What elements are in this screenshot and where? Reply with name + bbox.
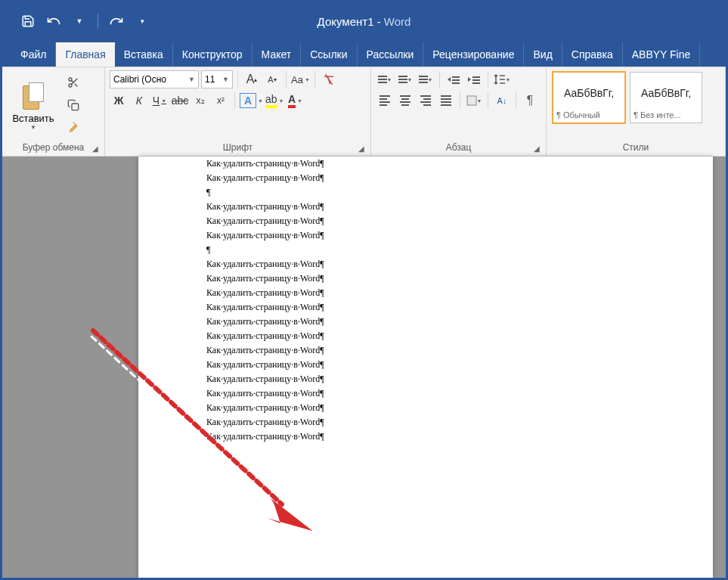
shrink-font-button[interactable]: A▾ xyxy=(263,70,281,88)
highlight-button[interactable]: ab▼ xyxy=(265,91,284,110)
tab-view[interactable]: Вид xyxy=(524,42,562,67)
svg-line-4 xyxy=(71,80,73,82)
tab-mailings[interactable]: Рассылки xyxy=(358,42,424,67)
tab-home[interactable]: Главная xyxy=(56,42,114,67)
underline-button[interactable]: Ч▼ xyxy=(150,91,169,110)
svg-point-0 xyxy=(69,78,72,81)
paste-button[interactable]: Вставить ▼ xyxy=(7,70,60,141)
svg-rect-5 xyxy=(72,104,79,110)
clipboard-dialog-launcher-icon[interactable]: ◢ xyxy=(92,144,98,153)
group-styles: АаБбВвГг, ¶ Обычный АаБбВвГг, ¶ Без инте… xyxy=(547,67,726,156)
numbering-button[interactable]: ▼ xyxy=(396,70,414,88)
decrease-indent-button[interactable] xyxy=(445,70,463,88)
tab-file[interactable]: Файл xyxy=(11,42,56,67)
group-paragraph-label: Абзац ◢ xyxy=(376,141,541,154)
tab-help[interactable]: Справка xyxy=(562,42,623,67)
group-styles-label: Стили xyxy=(551,141,720,154)
svg-point-1 xyxy=(69,84,72,87)
bold-button[interactable]: Ж xyxy=(110,91,128,110)
tab-review[interactable]: Рецензирование xyxy=(423,42,524,67)
tab-references[interactable]: Ссылки xyxy=(301,42,357,67)
ribbon-tabs: Файл Главная Вставка Конструктор Макет С… xyxy=(2,40,726,67)
document-page[interactable]: Как·удалить·страницу·в·Word¶ Как·удалить… xyxy=(138,157,713,578)
align-center-button[interactable] xyxy=(396,91,414,110)
document-area: Как·удалить·страницу·в·Word¶ Как·удалить… xyxy=(2,157,726,578)
redo-icon[interactable] xyxy=(106,11,127,32)
strikethrough-button[interactable]: abc xyxy=(171,91,189,110)
group-clipboard-label: Буфер обмена ◢ xyxy=(7,141,100,154)
undo-dropdown-icon[interactable]: ▼ xyxy=(69,11,90,32)
multilevel-button[interactable]: ▼ xyxy=(417,70,435,88)
font-name-combo[interactable]: Calibri (Осно▼ xyxy=(110,70,199,88)
undo-icon[interactable] xyxy=(43,11,64,32)
svg-rect-9 xyxy=(472,76,480,78)
align-right-button[interactable] xyxy=(417,91,435,110)
svg-rect-8 xyxy=(452,82,460,84)
tab-layout[interactable]: Макет xyxy=(252,42,302,67)
bullets-button[interactable]: ▼ xyxy=(376,70,394,88)
style-normal[interactable]: АаБбВвГг, ¶ Обычный xyxy=(553,72,625,123)
shading-button[interactable]: ▼ xyxy=(465,91,483,110)
format-painter-icon[interactable] xyxy=(64,119,82,137)
italic-button[interactable]: К xyxy=(130,91,148,110)
subscript-button[interactable]: x₂ xyxy=(191,91,209,110)
svg-rect-15 xyxy=(467,96,476,105)
copy-icon[interactable] xyxy=(64,96,82,114)
font-size-combo[interactable]: 11▼ xyxy=(201,70,233,88)
svg-rect-11 xyxy=(472,82,480,84)
style-no-spacing[interactable]: АаБбВвГг, ¶ Без инте... xyxy=(630,72,702,123)
quick-access-toolbar: ▼ ▾ xyxy=(17,11,153,32)
align-left-button[interactable] xyxy=(376,91,394,110)
superscript-button[interactable]: x² xyxy=(212,91,230,110)
svg-line-3 xyxy=(75,84,78,87)
svg-rect-10 xyxy=(472,79,480,81)
line-spacing-button[interactable]: ▼ xyxy=(493,70,511,88)
show-marks-button[interactable]: ¶ xyxy=(521,91,539,110)
grow-font-button[interactable]: A▴ xyxy=(243,70,261,88)
svg-rect-7 xyxy=(452,79,460,81)
font-color-button[interactable]: A▼ xyxy=(286,91,304,110)
justify-button[interactable] xyxy=(437,91,455,110)
title-bar: ▼ ▾ Документ1 - Word xyxy=(2,2,726,40)
text-effects-button[interactable]: A▼ xyxy=(240,91,263,110)
save-icon[interactable] xyxy=(17,11,39,32)
font-dialog-launcher-icon[interactable]: ◢ xyxy=(358,144,364,153)
group-font: Calibri (Осно▼ 11▼ A▴ A▾ Aa▼ Ж К Ч▼ a xyxy=(105,67,371,156)
change-case-button[interactable]: Aa▼ xyxy=(291,70,310,88)
paragraph-dialog-launcher-icon[interactable]: ◢ xyxy=(534,144,540,153)
tab-design[interactable]: Конструктор xyxy=(173,42,252,67)
paste-icon xyxy=(20,81,47,111)
sort-button[interactable]: A↓ xyxy=(493,91,511,110)
tab-insert[interactable]: Вставка xyxy=(115,42,173,67)
svg-rect-6 xyxy=(452,76,460,78)
clear-formatting-button[interactable] xyxy=(320,70,338,88)
increase-indent-button[interactable] xyxy=(465,70,483,88)
tab-abbyy[interactable]: ABBYY Fine xyxy=(623,42,701,67)
ribbon: Вставить ▼ Буфер обмена ◢ xyxy=(2,67,726,157)
group-paragraph: ▼ ▼ ▼ ▼ ▼ A↓ ¶ А xyxy=(371,67,547,156)
cut-icon[interactable] xyxy=(64,73,82,91)
group-clipboard: Вставить ▼ Буфер обмена ◢ xyxy=(2,67,105,156)
qat-customize-icon[interactable]: ▾ xyxy=(132,11,153,32)
group-font-label: Шрифт ◢ xyxy=(110,141,366,154)
